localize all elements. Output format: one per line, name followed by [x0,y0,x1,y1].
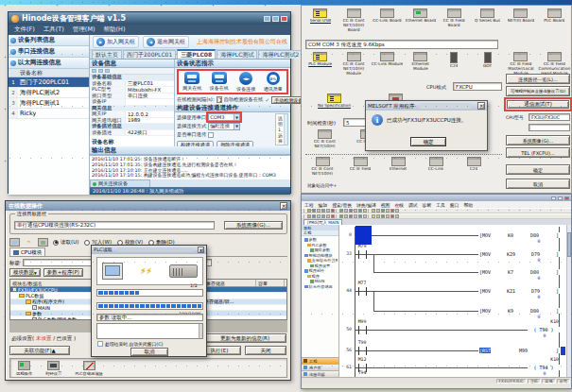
param-program-button[interactable]: 参数+程序(P) [43,268,83,277]
toolbar-icon[interactable] [349,214,353,218]
toolbar-icon[interactable] [395,209,399,213]
menu-item[interactable]: 视图 [381,202,390,208]
device-list-item[interactable]: 4Ricky [9,109,89,119]
toolbar-icon[interactable] [395,214,399,218]
module-data-button[interactable]: 模块数据 ▾ [9,268,41,277]
module-icon-item[interactable]: CC IE Field [341,157,379,177]
toolbar-icon[interactable] [363,209,367,213]
refresh-info-button[interactable]: 更新为最新的信息(R) [203,333,286,343]
system-image-button[interactable]: 系统图像(G)... [224,221,283,230]
sort-alpha-icon[interactable] [98,69,103,73]
related-functions-button[interactable]: 关联功能(F)▲ [9,346,70,355]
menu-item[interactable]: 在线 [394,202,404,208]
maximize-button[interactable] [558,196,563,200]
gateway-device-tab[interactable]: 网关连接设备 [90,179,150,187]
checkbox-icon[interactable]: ✓ [12,287,17,292]
toolbar-icon[interactable] [307,214,311,218]
module-icon-item[interactable]: CC IE Cont NET/10(H) Module [337,52,370,76]
tab-默认主页[interactable]: 默认主页 [92,50,122,59]
toolbar-icon[interactable] [339,209,343,213]
scrollbar[interactable] [199,324,202,338]
sidebar-section-设备列表信息[interactable]: 设备列表信息 [9,35,89,46]
module-icon-item[interactable]: NET(II) Board [504,9,537,32]
serial-passthrough-checkbox[interactable] [208,132,214,138]
cancel-button[interactable]: 取消 [130,348,168,356]
column-header[interactable]: 容量 [256,280,285,286]
instruction[interactable]: [MOVK21D79] [478,288,560,294]
property-row[interactable]: 设备描述422接口 [90,130,174,137]
connect-mode-select[interactable]: 编程连接 ▼ [208,123,240,130]
menu-item[interactable]: 搜索/替换 [332,202,352,208]
tab-海得PLC测试2[interactable]: 海得PLC测试2 [258,50,303,59]
window-titlebar[interactable]: 在线数据操作 ✕ [6,201,290,211]
tab-三菱PLC08[interactable]: 三菱PLC08 [177,49,216,59]
auto-check-mark-icon[interactable]: ✓ [265,96,269,103]
toolbar-icon[interactable] [317,214,321,218]
module-icon-item[interactable]: PLC Module [303,52,337,76]
toolbar-icon[interactable] [358,209,362,213]
coil-symbol[interactable]: ( T90 ) [528,327,560,332]
module-icon-item[interactable]: Q Series Bus [471,9,504,32]
ok-button[interactable]: 确定 [506,164,570,175]
toolbar-icon[interactable] [381,214,385,218]
toolbar-icon[interactable] [390,214,394,218]
toolbar-icon[interactable] [349,209,353,213]
menu-item[interactable]: 转换/编译 [356,202,376,208]
column-header[interactable]: 对象存储器 [199,280,256,286]
footer-icon-远程操作[interactable]: 远程操作 [16,361,32,376]
menu-item[interactable]: 编辑 [319,202,328,208]
system-image-button[interactable]: 系统图像(G)... [506,135,570,145]
direct-connection-button[interactable]: 可编程控制器直接连接设置(D) [506,86,570,96]
toolbar-icon[interactable] [307,209,311,213]
close-button[interactable]: 关闭 [245,346,286,355]
interval-input[interactable]: 10 [217,96,222,103]
maximize-button[interactable] [272,16,279,22]
instruction[interactable]: [MOVK0D80] [478,232,560,238]
menu-item[interactable]: 工具(T) [43,26,64,34]
module-icon-item[interactable]: CC IE Cont NET/10(H) Board [337,9,370,32]
menu-item[interactable]: 帮助 [463,202,473,208]
toolbar-icon[interactable] [372,209,375,213]
radio-读取(U)[interactable]: 读取(U) [53,239,78,246]
toolbar-icon[interactable] [381,209,385,213]
menu-item[interactable]: 管理(M) [73,26,95,34]
toolbar-icon[interactable] [390,209,394,213]
module-icon-item[interactable]: GOT [471,52,504,76]
contact-symbol[interactable] [358,326,367,334]
menu-item[interactable]: 帮助(H) [104,26,126,34]
minimize-button[interactable] [551,196,556,200]
close-icon[interactable]: ✕ [280,202,287,210]
toolbar-icon[interactable] [372,214,375,218]
module-icon-item[interactable]: CC-Link [417,157,455,177]
tel-fxcpu-button[interactable]: TEL (FXCPU)... [506,147,570,158]
scrollbar[interactable] [284,114,287,145]
menu-item[interactable]: 工程 [304,202,314,208]
close-button[interactable] [564,196,569,200]
connection-path-list-button[interactable]: 连接路径一览(L)... [506,74,570,84]
nav-button-工程[interactable]: 工程 [302,357,338,364]
dialog-ok-button[interactable]: 确定 [410,137,446,146]
sort-category-icon[interactable] [92,69,96,73]
contact-symbol[interactable] [358,250,367,259]
close-icon[interactable]: ✕ [477,102,485,110]
toolbar-icon[interactable] [354,209,357,213]
toolbar-icon[interactable] [321,209,325,213]
tree-item[interactable]: 软元件存储器 [303,284,338,290]
device-list-item[interactable]: 2海得PLC测试2 [9,88,89,98]
toolbar-icon[interactable] [312,209,316,213]
module-icon-item[interactable]: CC IE Field Communication Head Module [538,52,571,76]
toolbar-icon[interactable] [326,214,330,218]
footer-icon-时钟设置[interactable]: 时钟设置 [45,361,61,376]
instruction[interactable]: [MOVK29D79] [478,251,560,257]
module-icon-item[interactable]: Ethernet [379,157,417,177]
toolbar-icon[interactable] [354,214,357,218]
toolbar-icon[interactable] [344,209,348,213]
checkbox-icon[interactable]: ✓ [32,305,37,310]
module-icon-item[interactable]: CC-Link Board [371,9,404,32]
toolbar-icon[interactable] [317,209,321,213]
sidebar-section-串口连接信息[interactable]: 串口连接信息 [9,46,89,58]
join-gateway-button[interactable]: ▶ 加入网关组 [93,36,139,48]
communication-test-button[interactable]: 通信测试(T) [507,100,569,109]
scrollbar[interactable] [566,225,571,377]
device-list-item[interactable]: 1西门子200PLC01 [9,77,89,88]
